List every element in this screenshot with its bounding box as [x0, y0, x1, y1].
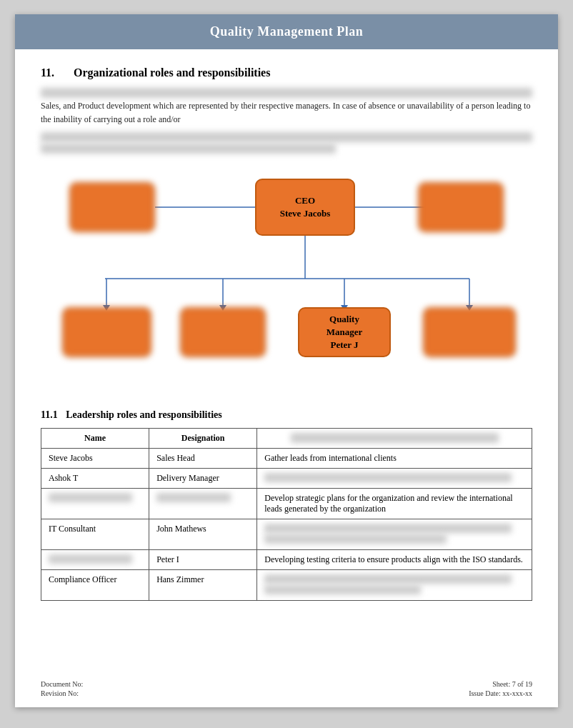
cell-designation: John Mathews	[149, 519, 257, 550]
blurred-text-mid2	[41, 144, 336, 154]
cell-resp-blurred	[257, 570, 532, 601]
cell-designation: Hans Zimmer	[149, 570, 257, 601]
section-11-1-num: 11.1	[41, 409, 58, 420]
col-resp-header	[257, 429, 532, 449]
cell-resp: Developing testing criteria to ensure pr…	[257, 550, 532, 570]
body-text-2	[41, 132, 532, 154]
blurred-text-top	[41, 88, 532, 98]
section-11-label: Organizational roles and responsibilitie…	[74, 66, 270, 79]
quality-manager-text: Quality Manager Peter J	[327, 313, 363, 352]
org-chart: blurred content here name CEO Steve Jaco…	[41, 168, 532, 389]
col-name-header: Name	[41, 429, 149, 449]
table-row: Compliance Officer Hans Zimmer	[41, 570, 532, 601]
cell-name-blurred	[41, 550, 149, 570]
page-content: 11. Organizational roles and responsibil…	[15, 49, 558, 655]
table-row: Steve Jacobs Sales Head Gather leads fro…	[41, 449, 532, 469]
org-box-blurred-right: blurred content here	[418, 182, 504, 232]
cell-designation: Delivery Manager	[149, 469, 257, 489]
org-box-b1: blurred content sales manager	[62, 307, 151, 357]
page: Quality Management Plan 11. Organization…	[15, 14, 558, 707]
table-row: Ashok T Delivery Manager	[41, 469, 532, 489]
page-footer: Document No: Revision No: Sheet: 7 of 19…	[41, 680, 532, 697]
cell-name: Compliance Officer	[41, 570, 149, 601]
org-box-blurred-left: blurred content here name	[69, 182, 155, 232]
table-row: IT Consultant John Mathews	[41, 519, 532, 550]
cell-resp: Gather leads from international clients	[257, 449, 532, 469]
section-11-title: 11. Organizational roles and responsibil…	[41, 66, 532, 79]
org-box-b2: blurred content delivery	[180, 307, 266, 357]
col-resp-blurred	[291, 433, 499, 443]
org-box-ceo: CEO Steve Jacobs	[255, 179, 355, 236]
page-title: Quality Management Plan	[210, 24, 364, 39]
leadership-table: Name Designation Steve Jacobs Sales Head…	[41, 428, 532, 601]
revision-label: Revision No:	[41, 689, 83, 697]
cell-resp-blurred	[257, 519, 532, 550]
cell-name: Ashok T	[41, 469, 149, 489]
cell-designation: Sales Head	[149, 449, 257, 469]
cell-designation: Peter I	[149, 550, 257, 570]
col-designation-header: Designation	[149, 429, 257, 449]
cell-name: Steve Jacobs	[41, 449, 149, 469]
section-11-1-label: Leadership roles and responsibilities	[66, 409, 221, 420]
ceo-text: CEO Steve Jacobs	[280, 194, 330, 220]
org-box-quality-manager: Quality Manager Peter J	[298, 307, 391, 357]
table-header-row: Name Designation	[41, 429, 532, 449]
cell-name-blurred	[41, 489, 149, 519]
page-header: Quality Management Plan	[15, 14, 558, 49]
cell-resp-blurred	[257, 469, 532, 489]
footer-right: Sheet: 7 of 19 Issue Date: xx-xxx-xx	[469, 680, 532, 697]
cell-resp: Develop strategic plans for the organiza…	[257, 489, 532, 519]
body-text-visible: Sales, and Product development which are…	[41, 101, 530, 124]
doc-no-label: Document No:	[41, 680, 83, 688]
cell-name: IT Consultant	[41, 519, 149, 550]
org-box-b4: blurred content operations	[423, 307, 516, 357]
blurred-text-mid	[41, 132, 532, 142]
sheet-label: Sheet: 7 of 19	[469, 680, 532, 688]
section-11-num: 11.	[41, 66, 62, 79]
section-11-1-title: 11.1 Leadership roles and responsibiliti…	[41, 409, 532, 421]
cell-designation-blurred	[149, 489, 257, 519]
body-text-1: Sales, and Product development which are…	[41, 88, 532, 126]
issue-label: Issue Date: xx-xxx-xx	[469, 689, 532, 697]
table-row: Develop strategic plans for the organiza…	[41, 489, 532, 519]
footer-left: Document No: Revision No:	[41, 680, 83, 697]
table-row: Peter I Developing testing criteria to e…	[41, 550, 532, 570]
